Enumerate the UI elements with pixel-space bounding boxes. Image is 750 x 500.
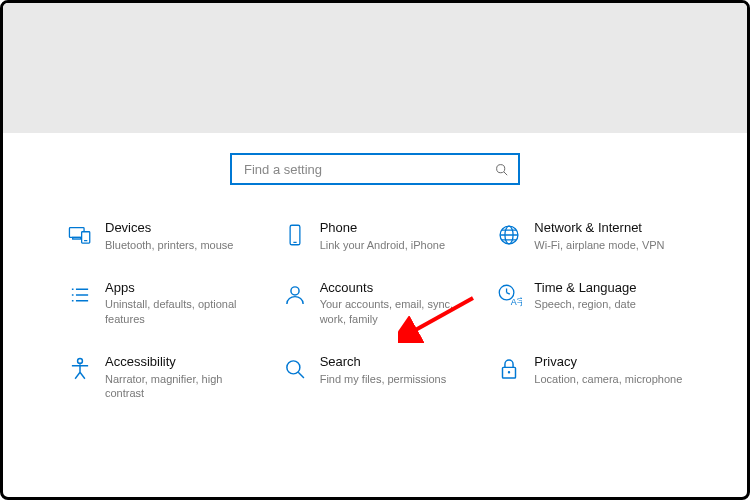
tile-text: Time & Language Speech, region, date — [526, 280, 687, 312]
tile-text: Search Find my files, permissions — [312, 354, 473, 386]
tile-desc: Uninstall, defaults, optional features — [105, 297, 258, 326]
tile-text: Accounts Your accounts, email, sync, wor… — [312, 280, 473, 326]
tile-text: Network & Internet Wi-Fi, airplane mode,… — [526, 220, 687, 252]
tile-title: Accounts — [320, 280, 473, 296]
svg-line-1 — [504, 171, 507, 174]
svg-rect-3 — [73, 237, 81, 239]
tile-phone[interactable]: Phone Link your Android, iPhone — [278, 220, 473, 252]
globe-icon — [492, 220, 526, 248]
tile-title: Apps — [105, 280, 258, 296]
settings-grid: Devices Bluetooth, printers, mouse Phone… — [63, 220, 687, 400]
svg-point-24 — [78, 359, 83, 364]
tile-desc: Bluetooth, printers, mouse — [105, 238, 258, 252]
time-language-icon: A字 — [492, 280, 526, 308]
window-header — [3, 3, 747, 133]
svg-line-27 — [75, 372, 80, 379]
tile-search[interactable]: Search Find my files, permissions — [278, 354, 473, 400]
svg-point-32 — [508, 371, 510, 373]
tile-network[interactable]: Network & Internet Wi-Fi, airplane mode,… — [492, 220, 687, 252]
svg-rect-4 — [82, 232, 90, 243]
tile-text: Devices Bluetooth, printers, mouse — [97, 220, 258, 252]
tile-desc: Location, camera, microphone — [534, 372, 687, 386]
tile-text: Privacy Location, camera, microphone — [526, 354, 687, 386]
person-icon — [278, 280, 312, 308]
svg-point-29 — [287, 361, 300, 374]
tile-desc: Your accounts, email, sync, work, family — [320, 297, 473, 326]
apps-icon — [63, 280, 97, 308]
svg-line-30 — [298, 372, 304, 378]
svg-text:A字: A字 — [511, 297, 522, 307]
tile-devices[interactable]: Devices Bluetooth, printers, mouse — [63, 220, 258, 252]
tile-desc: Find my files, permissions — [320, 372, 473, 386]
tile-title: Network & Internet — [534, 220, 687, 236]
phone-icon — [278, 220, 312, 248]
search-container — [63, 153, 687, 185]
tile-text: Apps Uninstall, defaults, optional featu… — [97, 280, 258, 326]
svg-line-22 — [507, 292, 510, 294]
lock-icon — [492, 354, 526, 382]
svg-line-28 — [80, 372, 85, 379]
svg-point-19 — [291, 287, 299, 295]
tile-desc: Speech, region, date — [534, 297, 687, 311]
tile-apps[interactable]: Apps Uninstall, defaults, optional featu… — [63, 280, 258, 326]
tile-title: Devices — [105, 220, 258, 236]
search-icon — [495, 163, 508, 176]
tile-desc: Narrator, magnifier, high contrast — [105, 372, 258, 401]
tile-desc: Link your Android, iPhone — [320, 238, 473, 252]
tile-text: Accessibility Narrator, magnifier, high … — [97, 354, 258, 400]
tile-time-language[interactable]: A字 Time & Language Speech, region, date — [492, 280, 687, 326]
magnifier-icon — [278, 354, 312, 382]
tile-accessibility[interactable]: Accessibility Narrator, magnifier, high … — [63, 354, 258, 400]
tile-accounts[interactable]: Accounts Your accounts, email, sync, wor… — [278, 280, 473, 326]
settings-window: Devices Bluetooth, printers, mouse Phone… — [0, 0, 750, 500]
search-box[interactable] — [230, 153, 520, 185]
accessibility-icon — [63, 354, 97, 382]
tile-title: Privacy — [534, 354, 687, 370]
devices-icon — [63, 220, 97, 248]
svg-point-0 — [497, 164, 505, 172]
tile-desc: Wi-Fi, airplane mode, VPN — [534, 238, 687, 252]
tile-title: Search — [320, 354, 473, 370]
search-input[interactable] — [242, 161, 495, 178]
tile-title: Phone — [320, 220, 473, 236]
tile-privacy[interactable]: Privacy Location, camera, microphone — [492, 354, 687, 400]
tile-title: Time & Language — [534, 280, 687, 296]
tile-title: Accessibility — [105, 354, 258, 370]
settings-content: Devices Bluetooth, printers, mouse Phone… — [3, 133, 747, 400]
tile-text: Phone Link your Android, iPhone — [312, 220, 473, 252]
